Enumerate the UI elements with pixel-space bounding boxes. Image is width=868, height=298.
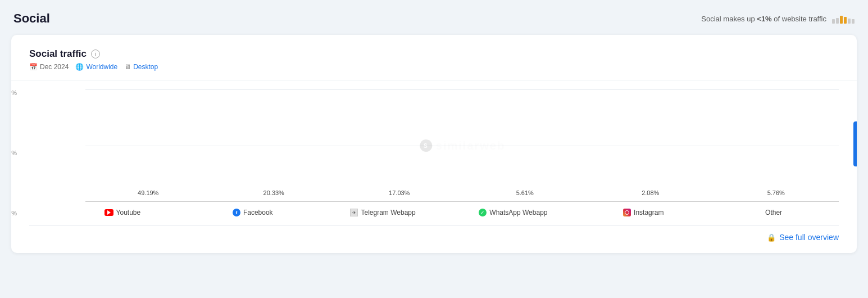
desktop-icon: 🖥	[124, 63, 131, 71]
calendar-icon: 📅	[29, 63, 38, 71]
x-label-youtube-text: Youtube	[116, 209, 141, 216]
meta-date: 📅 Dec 2024	[29, 63, 69, 71]
x-label-other: Other	[708, 209, 839, 216]
traffic-bars-visual	[832, 13, 855, 24]
info-icon[interactable]: i	[91, 49, 100, 58]
bar-other-value: 5.76%	[767, 189, 785, 196]
bar-youtube-value: 49.19%	[138, 189, 158, 196]
chart-area: S similarweb 49.19% 20.33%	[85, 89, 839, 202]
x-label-other-text: Other	[765, 209, 782, 216]
chart-wrapper: 100% 50% 0% S similarweb	[29, 89, 839, 216]
card-title: Social traffic	[29, 48, 87, 60]
card-footer: 🔒 See full overview	[29, 225, 839, 242]
bar-6	[852, 19, 855, 24]
bar-2	[836, 18, 839, 24]
traffic-info-text: Social makes up <1% of website traffic	[701, 15, 826, 23]
facebook-icon: f	[233, 209, 240, 216]
bar-whatsapp-value: 5.61%	[516, 189, 534, 196]
x-label-facebook: f Facebook	[188, 209, 318, 216]
right-sidebar-hint	[853, 121, 857, 166]
bar-telegram-value: 17.03%	[389, 189, 410, 196]
y-label-50: 50%	[11, 150, 21, 156]
page-wrapper: Social Social makes up <1% of website tr…	[11, 11, 857, 253]
meta-device-value: Desktop	[133, 63, 158, 71]
meta-device[interactable]: 🖥 Desktop	[124, 63, 158, 71]
section-header: Social Social makes up <1% of website tr…	[11, 11, 857, 26]
bar-1	[832, 19, 835, 24]
x-label-facebook-text: Facebook	[243, 209, 273, 216]
telegram-icon: ✈	[350, 209, 358, 216]
bar-3	[840, 16, 843, 24]
whatsapp-icon: ✓	[479, 209, 487, 216]
traffic-info: Social makes up <1% of website traffic	[701, 13, 855, 24]
bar-instagram-value: 2.08%	[642, 189, 659, 196]
x-label-instagram-text: Instagram	[634, 209, 664, 216]
bar-facebook-value: 20.33%	[263, 189, 284, 196]
section-title: Social	[13, 11, 50, 26]
x-label-whatsapp-text: WhatsApp Webapp	[489, 209, 547, 216]
x-labels: Youtube f Facebook ✈ Telegram Webapp ✓ W…	[57, 209, 839, 216]
card-meta: 📅 Dec 2024 🌐 Worldwide 🖥 Desktop	[29, 63, 839, 71]
x-label-telegram: ✈ Telegram Webapp	[318, 209, 448, 216]
x-label-whatsapp: ✓ WhatsApp Webapp	[448, 209, 578, 216]
x-label-instagram: Instagram	[578, 209, 708, 216]
youtube-icon	[104, 209, 113, 216]
y-label-100: 100%	[11, 89, 21, 96]
meta-region-value: Worldwide	[86, 63, 117, 71]
instagram-icon	[623, 209, 631, 216]
x-label-youtube: Youtube	[57, 209, 188, 216]
y-label-0: 0%	[11, 210, 21, 216]
y-axis: 100% 50% 0%	[11, 89, 21, 216]
see-full-overview-link[interactable]: 🔒 See full overview	[767, 233, 839, 242]
bars-container: 49.19% 20.33% 17.03% 5.	[85, 89, 839, 202]
see-full-label: See full overview	[779, 233, 839, 242]
bar-4	[844, 17, 847, 24]
divider	[11, 80, 857, 80]
meta-region[interactable]: 🌐 Worldwide	[75, 63, 117, 71]
lock-icon: 🔒	[767, 233, 776, 242]
card-header: Social traffic i 📅 Dec 2024 🌐 Worldwide …	[29, 48, 839, 71]
card-title-row: Social traffic i	[29, 48, 839, 60]
bar-5	[848, 19, 851, 24]
x-label-telegram-text: Telegram Webapp	[361, 209, 415, 216]
meta-date-value: Dec 2024	[40, 63, 69, 71]
social-traffic-card: Social traffic i 📅 Dec 2024 🌐 Worldwide …	[11, 35, 857, 253]
globe-icon: 🌐	[75, 63, 84, 71]
